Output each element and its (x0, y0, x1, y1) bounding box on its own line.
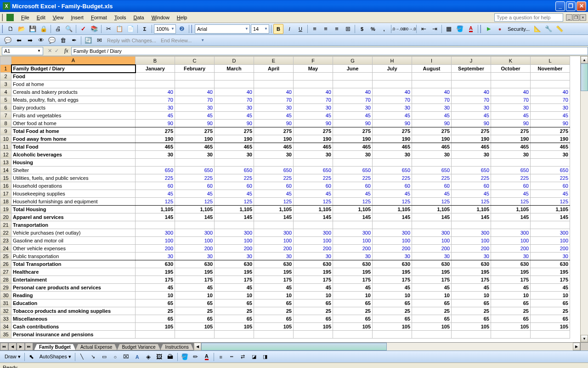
cell-L25[interactable]: 30 (531, 253, 570, 260)
cell-D3[interactable] (215, 80, 254, 88)
cell-G14[interactable]: 650 (333, 167, 373, 174)
horizontal-scrollbar[interactable]: ◀ ▶ (193, 343, 580, 351)
cell-F18[interactable]: 125 (294, 198, 333, 206)
cell-H26[interactable]: 630 (373, 260, 412, 268)
cell-H19[interactable]: 1,105 (373, 206, 412, 213)
cell-C23[interactable]: 100 (175, 237, 215, 245)
cell-A21[interactable]: Transportation (11, 221, 136, 229)
name-box[interactable]: A1▼ (2, 47, 43, 55)
cell-F26[interactable]: 630 (294, 260, 333, 268)
bold-button[interactable]: B (273, 24, 283, 34)
cell-E2[interactable] (254, 73, 294, 80)
cell-E25[interactable]: 30 (254, 253, 294, 260)
cell-D13[interactable] (215, 159, 254, 167)
cell-G5[interactable]: 70 (333, 96, 373, 104)
col-header-K[interactable]: K (491, 57, 531, 65)
delete-comment-button[interactable]: 🗑 (58, 35, 68, 46)
cell-D11[interactable]: 465 (215, 143, 254, 151)
tab-nav-last[interactable]: ⏭ (25, 343, 33, 351)
cell-B7[interactable]: 45 (136, 112, 175, 120)
cell-L30[interactable]: 10 (531, 292, 570, 299)
cell-J31[interactable]: 65 (452, 299, 491, 307)
cell-G8[interactable]: 90 (333, 120, 373, 127)
cell-L34[interactable]: 105 (531, 323, 570, 331)
cell-C33[interactable]: 65 (175, 315, 215, 323)
cell-D5[interactable]: 70 (215, 96, 254, 104)
cell-E29[interactable]: 45 (254, 284, 294, 292)
cell-I27[interactable]: 195 (412, 268, 452, 276)
row-header-27[interactable]: 27 (0, 268, 11, 276)
arrow-style-button[interactable]: ⇄ (238, 352, 248, 362)
cell-F19[interactable]: 1,105 (294, 206, 333, 213)
cell-A1[interactable]: Family Budget / Diary (11, 65, 136, 73)
cell-L8[interactable]: 90 (531, 120, 570, 127)
row-header-29[interactable]: 29 (0, 284, 11, 292)
cell-H27[interactable]: 195 (373, 268, 412, 276)
cell-K23[interactable]: 100 (491, 237, 531, 245)
cell-B9[interactable]: 275 (136, 127, 175, 135)
cell-H12[interactable]: 30 (373, 151, 412, 159)
cell-J26[interactable]: 630 (452, 260, 491, 268)
cell-F9[interactable]: 275 (294, 127, 333, 135)
cell-D28[interactable]: 175 (215, 276, 254, 284)
cell-F31[interactable]: 65 (294, 299, 333, 307)
select-all-cell[interactable] (0, 57, 11, 65)
cell-A15[interactable]: Utilities, fuels, and public services (11, 174, 136, 182)
cell-I17[interactable]: 45 (412, 190, 452, 198)
cell-I12[interactable]: 30 (412, 151, 452, 159)
cell-F7[interactable]: 45 (294, 112, 333, 120)
cell-C31[interactable]: 65 (175, 299, 215, 307)
cell-B13[interactable] (136, 159, 175, 167)
cell-F10[interactable]: 190 (294, 135, 333, 143)
scroll-down-button[interactable]: ▼ (581, 335, 588, 342)
cell-K29[interactable]: 45 (491, 284, 531, 292)
cell-G16[interactable]: 60 (333, 182, 373, 190)
cell-G15[interactable]: 225 (333, 174, 373, 182)
cell-J28[interactable]: 175 (452, 276, 491, 284)
cell-J7[interactable]: 45 (452, 112, 491, 120)
row-header-22[interactable]: 22 (0, 229, 11, 237)
cell-L10[interactable]: 190 (531, 135, 570, 143)
cell-J8[interactable]: 90 (452, 120, 491, 127)
cell-A19[interactable]: Total Housing (11, 206, 136, 213)
cell-D4[interactable]: 40 (215, 88, 254, 96)
cell-G27[interactable]: 195 (333, 268, 373, 276)
row-header-31[interactable]: 31 (0, 299, 11, 307)
cell-I24[interactable]: 200 (412, 245, 452, 253)
cell-L7[interactable]: 45 (531, 112, 570, 120)
diagram-button[interactable]: ◈ (143, 352, 153, 362)
vertical-scrollbar[interactable]: ▲ ▼ (580, 56, 588, 342)
cell-J21[interactable] (452, 221, 491, 229)
cell-D16[interactable]: 60 (215, 182, 254, 190)
cell-K5[interactable]: 70 (491, 96, 531, 104)
tab-nav-first[interactable]: ⏮ (0, 343, 8, 351)
cell-A12[interactable]: Alcoholic beverages (11, 151, 136, 159)
cell-K33[interactable]: 65 (491, 315, 531, 323)
cell-K28[interactable]: 175 (491, 276, 531, 284)
cell-K19[interactable]: 1,105 (491, 206, 531, 213)
font-dropdown[interactable]: Arial▼ (195, 24, 250, 34)
cell-J23[interactable]: 100 (452, 237, 491, 245)
row-header-12[interactable]: 12 (0, 151, 11, 159)
cell-G2[interactable] (333, 73, 373, 80)
cell-J5[interactable]: 70 (452, 96, 491, 104)
cell-L14[interactable]: 650 (531, 167, 570, 174)
cell-I32[interactable]: 25 (412, 307, 452, 315)
cell-J27[interactable]: 195 (452, 268, 491, 276)
cell-C10[interactable]: 190 (175, 135, 215, 143)
cell-I14[interactable]: 650 (412, 167, 452, 174)
cell-A26[interactable]: Total Transportation (11, 260, 136, 268)
cell-E20[interactable]: 145 (254, 213, 294, 221)
cell-K20[interactable]: 145 (491, 213, 531, 221)
cell-G7[interactable]: 45 (333, 112, 373, 120)
cell-J19[interactable]: 1,105 (452, 206, 491, 213)
cell-L15[interactable]: 225 (531, 174, 570, 182)
cell-C26[interactable]: 630 (175, 260, 215, 268)
cell-I29[interactable]: 45 (412, 284, 452, 292)
menu-data[interactable]: Data (130, 14, 147, 21)
cell-I10[interactable]: 190 (412, 135, 452, 143)
row-header-25[interactable]: 25 (0, 253, 11, 260)
save-button[interactable]: 💾 (28, 24, 38, 34)
3d-button[interactable]: ◨ (260, 352, 270, 362)
cell-E4[interactable]: 40 (254, 88, 294, 96)
